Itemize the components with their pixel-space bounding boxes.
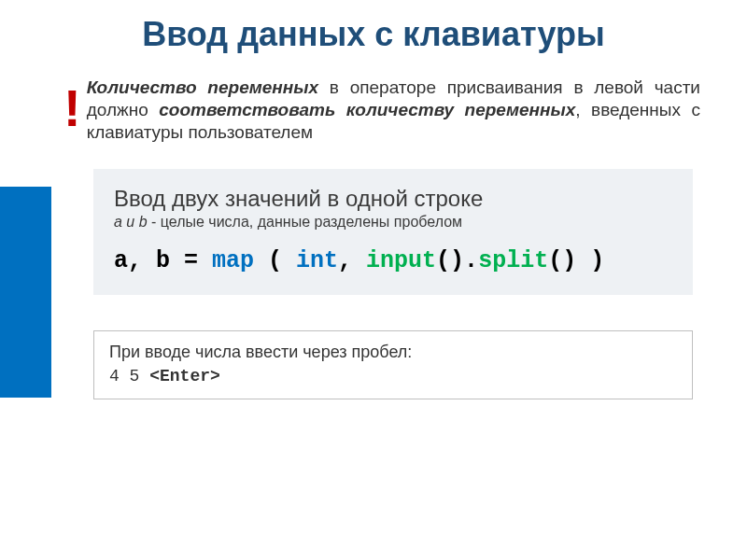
page-title: Ввод данных с клавиатуры bbox=[0, 0, 747, 54]
code-int: int bbox=[296, 247, 338, 274]
code-plain-4: (). bbox=[436, 247, 478, 274]
card-sub-ital: a и b bbox=[114, 214, 148, 230]
code-plain-1: a, b = bbox=[114, 247, 212, 274]
bottom-line1: При вводе числа ввести через пробел: bbox=[109, 343, 412, 361]
note-bold-1: Количество переменных bbox=[87, 77, 318, 97]
card-subtitle: a и b - целые числа, данные разделены пр… bbox=[114, 214, 672, 231]
accent-bar bbox=[0, 187, 51, 398]
exclamation-icon: ! bbox=[63, 82, 81, 134]
input-example-text: При вводе числа ввести через пробел: 4 5… bbox=[109, 341, 677, 387]
card-sub-rest: - целые числа, данные разделены пробелом bbox=[148, 214, 462, 230]
code-map: map bbox=[212, 247, 254, 274]
code-input: input bbox=[366, 247, 436, 274]
code-plain-3: , bbox=[338, 247, 366, 274]
code-card: Ввод двух значений в одной строке a и b … bbox=[93, 169, 693, 295]
input-example-box: При вводе числа ввести через пробел: 4 5… bbox=[93, 330, 693, 399]
note-text: Количество переменных в операторе присва… bbox=[87, 77, 700, 143]
bottom-enter: <Enter> bbox=[149, 367, 220, 385]
note-bold-2: соответствовать количеству переменных bbox=[159, 100, 575, 119]
bottom-mono: 4 5 bbox=[109, 367, 149, 385]
note-block: ! Количество переменных в операторе прис… bbox=[63, 77, 700, 143]
code-split: split bbox=[478, 247, 548, 274]
code-plain-2: ( bbox=[254, 247, 296, 274]
code-plain-5: () ) bbox=[548, 247, 604, 274]
code-line: a, b = map ( int, input().split() ) bbox=[114, 247, 672, 274]
card-title: Ввод двух значений в одной строке bbox=[114, 186, 672, 212]
